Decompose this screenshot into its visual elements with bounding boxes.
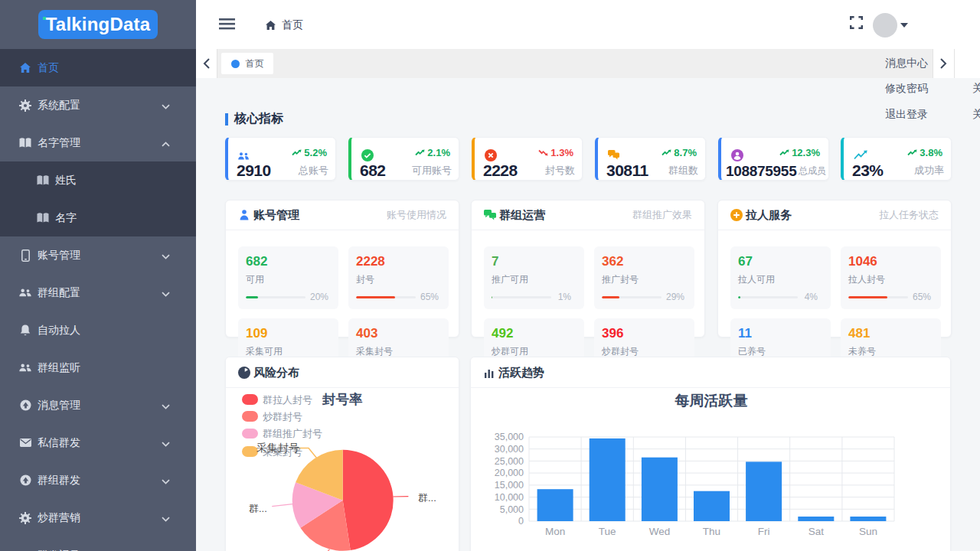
svg-text:0: 0 xyxy=(518,516,524,527)
svg-text:35,000: 35,000 xyxy=(495,432,524,442)
svg-text:Fri: Fri xyxy=(758,526,770,537)
svg-text:Wed: Wed xyxy=(649,526,671,537)
svg-text:Thu: Thu xyxy=(703,526,720,537)
svg-text:Sun: Sun xyxy=(859,526,877,537)
svg-text:Mon: Mon xyxy=(545,526,565,537)
svg-text:Sat: Sat xyxy=(808,526,825,537)
svg-text:30,000: 30,000 xyxy=(495,444,524,455)
svg-text:10,000: 10,000 xyxy=(495,492,524,503)
svg-text:20,000: 20,000 xyxy=(495,468,524,478)
svg-text:Tue: Tue xyxy=(599,526,616,537)
svg-text:5,000: 5,000 xyxy=(500,504,524,515)
svg-text:25,000: 25,000 xyxy=(495,456,524,467)
svg-text:15,000: 15,000 xyxy=(495,480,524,491)
